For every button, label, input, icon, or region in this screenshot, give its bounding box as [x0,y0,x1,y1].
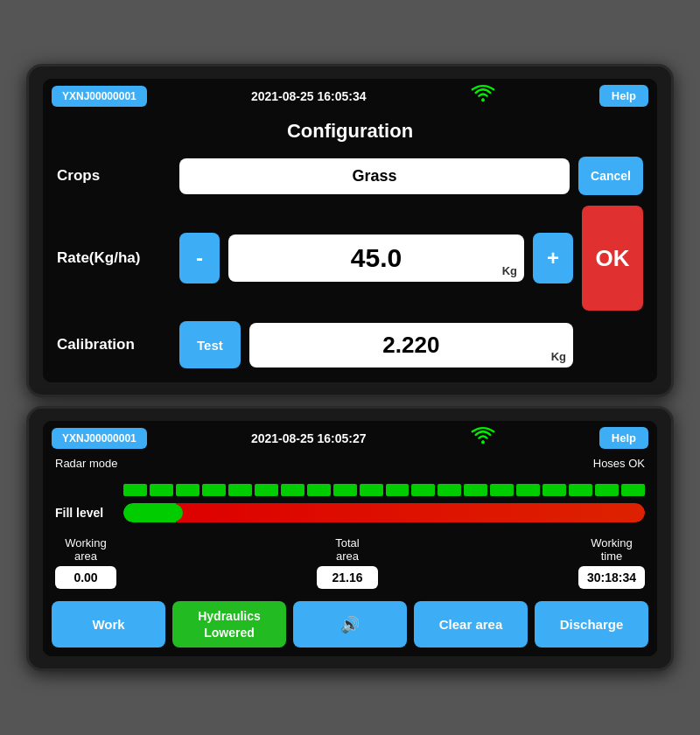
stats-row: Working area 0.00 Total area 21.16 Worki… [43,528,657,594]
working-time-value: 30:18:34 [578,566,645,589]
help-button-2[interactable]: Help [599,427,648,449]
device-id-button-1[interactable]: YXNJ00000001 [52,86,147,107]
hydraulics-button[interactable]: Hydraulics Lowered [172,601,286,647]
hoses-ok-text: Hoses OK [593,457,645,470]
crops-label: Crops [57,167,171,185]
seg-14 [464,484,487,496]
test-button[interactable]: Test [179,321,241,368]
wifi-icon-2 [471,426,495,450]
device-2: YXNJ00000001 2021-08-25 16:05:27 Help Ra… [26,406,674,670]
seg-20 [621,484,645,496]
working-area-stat: Working area 0.00 [55,536,116,589]
seg-2 [150,484,173,496]
working-time-label: Working time [591,536,632,563]
rate-value: 45.0 Kg [228,234,524,282]
crops-row: Crops Grass Cancel [57,157,643,195]
segment-bar [123,484,645,496]
fill-bar-inner [123,503,645,522]
seg-7 [281,484,304,496]
cal-label: Calibration [57,336,171,354]
seg-4 [202,484,226,496]
total-area-stat: Total area 21.16 [317,536,378,589]
cal-unit: Kg [551,350,566,363]
wifi-icon-1 [471,84,495,108]
fill-bar-dot [165,504,183,522]
discharge-button[interactable]: Discharge [535,601,648,647]
help-button-1[interactable]: Help [599,85,648,107]
config-title: Configuration [43,113,657,151]
seg-10 [360,484,383,496]
seg-13 [438,484,461,496]
seg-6 [255,484,278,496]
top-bar-1: YXNJ00000001 2021-08-25 16:05:34 Help [43,79,657,113]
seg-9 [333,484,357,496]
screen-1: YXNJ00000001 2021-08-25 16:05:34 Help Co… [43,79,657,382]
working-time-stat: Working time 30:18:34 [578,536,645,589]
speaker-button[interactable]: 🔊 [293,601,407,647]
seg-3 [176,484,200,496]
radar-mode-text: Radar mode [55,457,118,470]
seg-19 [595,484,619,496]
ok-button[interactable]: OK [582,206,643,311]
seg-5 [228,484,252,496]
seg-1 [123,484,147,496]
total-area-label: Total area [335,536,359,563]
crops-value: Grass [179,158,570,194]
total-area-value: 21.16 [317,566,378,589]
working-area-value: 0.00 [55,566,116,589]
seg-15 [490,484,514,496]
rate-row: Rate(Kg/ha) - 45.0 Kg + OK [57,206,643,311]
status-bar: Radar mode Hoses OK [43,455,657,475]
rate-unit: Kg [502,264,517,277]
seg-18 [569,484,592,496]
fill-section: Fill level [43,475,657,528]
fill-level-label: Fill level [55,506,116,520]
seg-16 [516,484,540,496]
fill-level-row: Fill level [55,503,645,522]
svg-point-0 [481,99,485,102]
device-1: YXNJ00000001 2021-08-25 16:05:34 Help Co… [26,64,674,397]
fill-bar [123,503,645,522]
speaker-icon: 🔊 [340,616,360,634]
cancel-button[interactable]: Cancel [578,157,643,195]
seg-bar-row [55,484,645,496]
cal-value: 2.220 Kg [249,323,573,368]
clear-area-button[interactable]: Clear area [414,601,528,647]
rate-plus-button[interactable]: + [533,233,573,284]
datetime-2: 2021-08-25 16:05:27 [251,431,367,445]
datetime-1: 2021-08-25 16:05:34 [251,89,367,103]
seg-12 [411,484,435,496]
config-body: Crops Grass Cancel Rate(Kg/ha) - 45.0 Kg… [43,151,657,382]
work-button[interactable]: Work [52,601,165,647]
working-area-label: Working area [65,536,106,563]
device-id-button-2[interactable]: YXNJ00000001 [52,428,147,449]
rate-minus-button[interactable]: - [179,233,220,284]
cal-row: Calibration Test 2.220 Kg [57,321,643,368]
screen-2: YXNJ00000001 2021-08-25 16:05:27 Help Ra… [43,421,657,655]
top-bar-2: YXNJ00000001 2021-08-25 16:05:27 Help [43,421,657,455]
seg-11 [386,484,410,496]
bottom-buttons: Work Hydraulics Lowered 🔊 Clear area Dis… [43,594,657,655]
seg-8 [307,484,331,496]
svg-point-1 [481,441,485,444]
seg-17 [542,484,566,496]
rate-label: Rate(Kg/ha) [57,249,171,267]
